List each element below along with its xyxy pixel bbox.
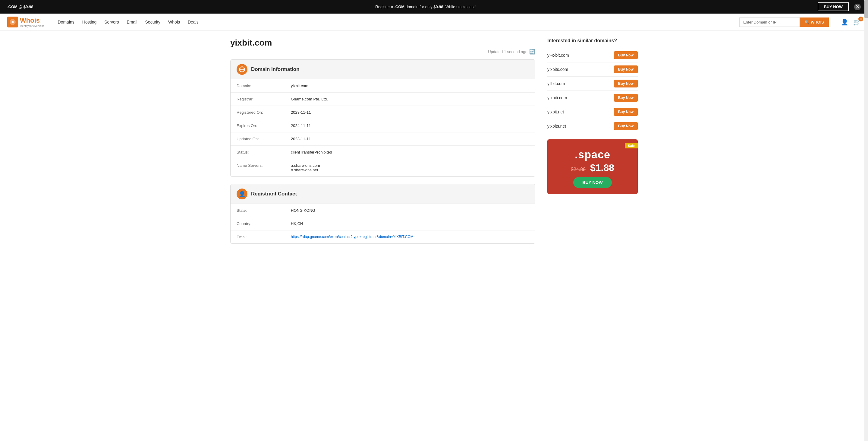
list-item: yixbiti.com Buy Now [547,91,638,105]
registrant-icon: 👤 [237,188,247,199]
buy-button-5[interactable]: Buy Now [614,122,638,130]
content-right: Interested in similar domains? yi-x-bit.… [547,38,638,251]
cart-icon[interactable]: 🛒 0 [853,19,861,26]
list-item: yixbits.net Buy Now [547,119,638,133]
search-button-label: WHOIS [811,20,824,24]
name-servers-value: a.share-dns.com b.share-dns.net [291,163,320,172]
list-item: yi-x-bit.com Buy Now [547,48,638,62]
domain-title: yixbit.com [230,38,535,48]
buy-button-2[interactable]: Buy Now [614,80,638,87]
table-row: Name Servers: a.share-dns.com b.share-dn… [230,159,535,176]
search-area: 🔍 WHOIS [739,18,829,27]
registrant-contact-card: 👤 Registrant Contact State: HONG KONG Co… [230,184,535,244]
logo-text: Whois [20,17,40,24]
status-label: Status: [237,150,291,154]
banner-center-text: Register a .COM domain for only $9.98! W… [33,4,818,9]
table-row: Email: https://rdap.gname.com/extra/cont… [230,231,535,243]
registered-on-label: Registered On: [237,110,291,115]
buy-button-1[interactable]: Buy Now [614,65,638,73]
similar-domain-1: yixbits.com [547,67,568,72]
logo-sub: Identity for everyone [20,24,44,27]
top-banner: .COM @ $9.98 Register a .COM domain for … [0,0,868,13]
country-label: Country: [237,222,291,226]
nav-security[interactable]: Security [142,18,164,26]
table-row: Country: HK,CN [230,217,535,231]
logo-icon [7,17,18,27]
registrant-contact-header: 👤 Registrant Contact [230,184,535,204]
table-row: State: HONG KONG [230,204,535,217]
logo[interactable]: Whois Identity for everyone [7,17,44,27]
banner-buy-now-button[interactable]: BUY NOW [818,2,849,11]
header-icons: 👤 🛒 0 [841,19,861,26]
nav-email[interactable]: Email [124,18,141,26]
cart-badge: 0 [858,17,863,22]
email-value: https://rdap.gname.com/extra/contact?typ… [291,235,413,239]
banner-price: $9.98 [433,4,443,9]
updated-on-label: Updated On: [237,137,291,141]
domain-info-card: Domain Information Domain: yixbit.com Re… [230,59,535,177]
scrollbar-thumb[interactable] [864,0,868,18]
scrollbar-track[interactable] [864,0,868,258]
nav-whois[interactable]: Whois [165,18,183,26]
updated-on-value: 2023-11-11 [291,137,311,141]
search-input[interactable] [739,18,800,27]
header: Whois Identity for everyone Domains Host… [0,13,868,31]
domain-value: yixbit.com [291,84,308,88]
table-row: Registered On: 2023-11-11 [230,106,535,119]
email-label: Email: [237,235,291,239]
table-row: Registrar: Gname.com Pte. Ltd. [230,93,535,106]
similar-domain-2: yilbit.com [547,81,565,86]
registrar-label: Registrar: [237,97,291,101]
similar-domains-title: Interested in similar domains? [547,38,638,43]
domain-label: Domain: [237,84,291,88]
search-button[interactable]: 🔍 WHOIS [800,18,829,27]
account-icon[interactable]: 👤 [841,19,848,26]
search-icon: 🔍 [804,20,809,24]
domain-info-title: Domain Information [251,66,300,72]
nav-domains[interactable]: Domains [55,18,78,26]
expires-on-label: Expires On: [237,123,291,128]
main-container: yixbit.com Updated 1 second ago 🔄 Domain… [223,31,645,258]
nav-servers[interactable]: Servers [101,18,122,26]
sale-tld: .space [553,148,632,161]
buy-button-0[interactable]: Buy Now [614,51,638,59]
domain-icon [237,64,247,75]
buy-button-4[interactable]: Buy Now [614,108,638,116]
refresh-icon[interactable]: 🔄 [529,49,535,55]
sale-buy-button[interactable]: BUY NOW [573,177,612,188]
list-item: yixbit.net Buy Now [547,105,638,119]
banner-close-button[interactable]: ✕ [854,4,861,10]
state-value: HONG KONG [291,208,315,213]
nav-deals[interactable]: Deals [185,18,202,26]
sale-price: $24.88 $1.88 [553,162,632,173]
registrant-contact-body: State: HONG KONG Country: HK,CN Email: h… [230,204,535,243]
nav-hosting[interactable]: Hosting [79,18,99,26]
table-row: Updated On: 2023-11-11 [230,133,535,146]
sale-badge: Sale [625,143,638,148]
domain-info-header: Domain Information [230,60,535,79]
state-label: State: [237,208,291,213]
content-left: yixbit.com Updated 1 second ago 🔄 Domain… [230,38,535,251]
registrar-value: Gname.com Pte. Ltd. [291,97,328,101]
name-servers-label: Name Servers: [237,163,291,168]
similar-domain-5: yixbits.net [547,124,566,128]
similar-domain-0: yi-x-bit.com [547,53,569,58]
updated-row: Updated 1 second ago 🔄 [230,49,535,55]
expires-on-value: 2024-11-11 [291,123,311,128]
table-row: Status: clientTransferProhibited [230,146,535,159]
buy-button-3[interactable]: Buy Now [614,94,638,102]
similar-domain-4: yixbit.net [547,110,564,114]
registered-on-value: 2023-11-11 [291,110,311,115]
country-value: HK,CN [291,222,303,226]
domain-info-body: Domain: yixbit.com Registrar: Gname.com … [230,79,535,176]
table-row: Domain: yixbit.com [230,79,535,93]
list-item: yilbit.com Buy Now [547,77,638,91]
sale-old-price: $24.88 [571,167,586,172]
sale-card: Sale .space $24.88 $1.88 BUY NOW [547,139,638,194]
updated-text: Updated 1 second ago [488,50,527,54]
table-row: Expires On: 2024-11-11 [230,119,535,133]
main-nav: Domains Hosting Servers Email Security W… [55,18,732,26]
banner-left-text: .COM @ $9.98 [7,4,33,9]
list-item: yixbits.com Buy Now [547,62,638,77]
sale-new-price: $1.88 [590,162,614,173]
